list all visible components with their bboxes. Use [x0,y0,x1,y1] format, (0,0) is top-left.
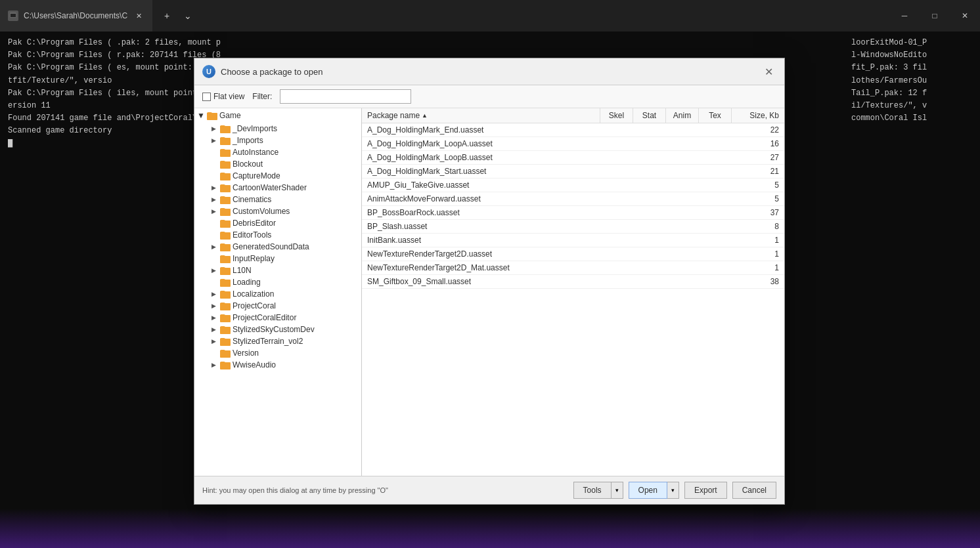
expand-arrow[interactable]: ▶ [209,289,218,299]
file-size: 38 [732,275,784,288]
tree-item-projectcoraleditor[interactable]: ▶ ProjectCoralEditor [206,312,361,324]
file-tex [699,280,732,284]
tree-item-loading[interactable]: ▶ Loading [206,276,361,288]
export-button[interactable]: Export [684,482,727,499]
new-tab-button[interactable]: + [158,7,176,25]
tab-bar: C:\Users\Sarah\Documents\C ✕ + ⌄ [0,0,889,32]
file-tex [699,224,732,228]
maximize-button[interactable]: □ [920,0,950,32]
tree-item-stylizedsky[interactable]: ▶ StylizedSkyCustomDev [206,324,361,335]
file-anim [666,211,699,215]
expand-arrow[interactable]: ▶ [209,266,218,275]
col-header-skel[interactable]: Skel [600,108,633,123]
file-row[interactable]: SM_Giftbox_09_Small.uasset 38 [362,275,784,289]
tree-item-stylizedterrain[interactable]: ▶ StylizedTerrain_vol2 [206,335,361,347]
tree-label: _DevImports [233,124,277,133]
flat-view-label[interactable]: Flat view [202,92,244,101]
file-name: BP_Slash.uasset [362,220,600,233]
flat-view-checkbox[interactable] [202,93,211,101]
tree-label: EditorTools [233,230,271,240]
tree-item-imports[interactable]: ▶ _Imports [206,135,361,146]
dialog-titlebar: U Choose a package to open ✕ [194,58,784,85]
tree-item-editortools[interactable]: ▶ EditorTools [206,229,361,241]
root-expand-arrow[interactable]: ▼ [197,111,205,120]
tree-item-devimports[interactable]: ▶ _DevImports [206,123,361,135]
tree-label: L10N [233,266,252,275]
tree-item-capturemode[interactable]: ▶ CaptureMode [206,170,361,182]
file-row[interactable]: AnimAttackMoveForward.uasset 5 [362,192,784,206]
expand-arrow[interactable]: ▶ [209,360,218,369]
open-button[interactable]: Open [629,482,667,499]
file-row[interactable]: A_Dog_HoldingMark_LoopB.uasset 27 [362,151,784,165]
expand-arrow[interactable]: ▶ [209,337,218,346]
expand-arrow[interactable]: ▶ [209,195,218,204]
col-header-tex[interactable]: Tex [699,108,732,123]
file-row[interactable]: A_Dog_HoldingMark_End.uasset 22 [362,123,784,137]
filter-input[interactable] [280,89,411,104]
file-stat [633,266,666,270]
open-dropdown-button[interactable]: ▾ [667,482,679,499]
dialog-close-button[interactable]: ✕ [761,64,776,79]
expand-arrow[interactable]: ▶ [209,136,218,145]
expand-arrow[interactable]: ▶ [209,313,218,322]
file-row[interactable]: BP_BossBoarRock.uasset 37 [362,206,784,220]
expand-arrow[interactable]: ▶ [209,207,218,216]
folder-icon [220,289,231,299]
cancel-button[interactable]: Cancel [732,482,776,499]
tree-item-projectcoral[interactable]: ▶ ProjectCoral [206,300,361,312]
expand-arrow[interactable]: ▶ [209,242,218,251]
tree-item-generatedsounddata[interactable]: ▶ GeneratedSoundData [206,241,361,253]
file-skel [600,156,633,159]
file-row[interactable]: A_Dog_HoldingMark_LoopA.uasset 16 [362,137,784,151]
expand-arrow[interactable]: ▶ [209,325,218,334]
file-row[interactable]: NewTextureRenderTarget2D.uasset 1 [362,247,784,261]
tree-item-blockout[interactable]: ▶ Blockout [206,158,361,170]
tree-label: Loading [233,278,261,287]
tree-root-item[interactable]: ▼ Game [194,108,361,123]
file-size: 37 [732,206,784,219]
col-header-stat[interactable]: Stat [633,108,666,123]
file-tex [699,238,732,242]
tree-item-debriseditor[interactable]: ▶ DebrisEditor [206,217,361,229]
tree-item-wwiseaudio[interactable]: ▶ WwiseAudio [206,359,361,371]
active-tab[interactable]: C:\Users\Sarah\Documents\C ✕ [0,0,152,32]
tab-close-button[interactable]: ✕ [133,10,145,22]
expand-arrow[interactable]: ▶ [209,301,218,310]
file-row[interactable]: A_Dog_HoldingMark_Start.uasset 21 [362,165,784,179]
file-row[interactable]: BP_Slash.uasset 8 [362,220,784,234]
tab-dropdown-button[interactable]: ⌄ [179,7,197,25]
tree-item-customvolumes[interactable]: ▶ CustomVolumes [206,205,361,217]
tools-button[interactable]: Tools [573,482,612,499]
tree-item-version[interactable]: ▶ Version [206,347,361,359]
minimize-button[interactable]: ─ [889,0,920,32]
dialog-footer: Hint: you may open this dialog at any ti… [194,476,784,504]
dialog: U Choose a package to open ✕ Flat view F… [194,58,785,505]
folder-icon [220,219,231,228]
file-anim [666,142,699,146]
file-row[interactable]: AMUP_Giu_TakeGive.uasset 5 [362,179,784,192]
file-row[interactable]: InitBank.uasset 1 [362,234,784,247]
window-close-button[interactable]: ✕ [950,0,980,32]
tree-item-inputreplay[interactable]: ▶ InputReplay [206,253,361,264]
tab-icon [8,11,18,21]
col-header-size[interactable]: Size, Kb [732,108,784,123]
tools-dropdown-button[interactable]: ▾ [612,482,623,499]
col-header-anim[interactable]: Anim [666,108,699,123]
folder-icon [220,159,231,169]
col-header-name[interactable]: Package name ▲ [362,108,600,123]
tree-item-cartoonwater[interactable]: ▶ CartoonWaterShader [206,182,361,194]
file-size: 21 [732,165,784,178]
expand-arrow[interactable]: ▶ [209,183,218,192]
file-size: 1 [732,234,784,247]
folder-icon [220,148,231,157]
file-anim [666,128,699,132]
folder-icon [220,136,231,145]
file-row[interactable]: NewTextureRenderTarget2D_Mat.uasset 1 [362,261,784,275]
expand-arrow[interactable]: ▶ [209,124,218,133]
tree-item-l10n[interactable]: ▶ L10N [206,264,361,276]
file-stat [633,224,666,228]
tree-item-cinematics[interactable]: ▶ Cinematics [206,194,361,205]
filter-label: Filter: [252,92,272,101]
tree-item-localization[interactable]: ▶ Localization [206,288,361,300]
tree-item-autoinstance[interactable]: ▶ AutoInstance [206,146,361,158]
